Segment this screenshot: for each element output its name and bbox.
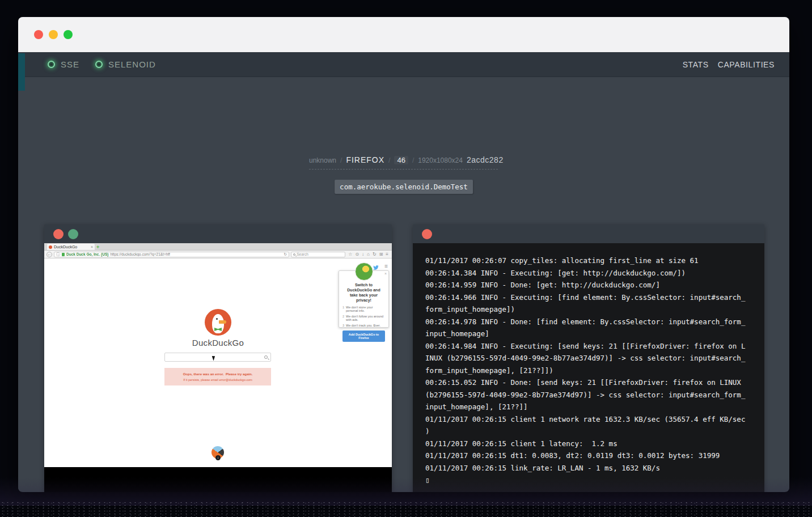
search-icon <box>293 253 295 256</box>
log-line: 01/11/2017 00:26:15 dt1: 0.0083, dt2: 0.… <box>425 450 758 462</box>
top-navbar: SSE SELENOID STATS CAPABILITIES <box>18 52 789 77</box>
log-panel: 01/11/2017 00:26:07 copy_tiles: allocati… <box>413 224 764 492</box>
ddg-error-message: Oops, there was an error. Please try aga… <box>164 368 271 385</box>
window-titlebar <box>18 17 789 52</box>
toolbar-icon[interactable]: ↓ <box>362 252 364 257</box>
vnc-fullscreen-dot[interactable] <box>68 229 78 239</box>
twitter-icon[interactable] <box>373 265 379 270</box>
ddg-promo-popup: × Switch to DuckDuckGo and take back you… <box>339 270 389 328</box>
status-indicator: SELENOID <box>95 60 156 69</box>
error-line1: Oops, there was an error. Please try aga… <box>164 372 271 376</box>
error-line2: If it persists, please email error@duckd… <box>164 378 271 382</box>
https-lock-icon <box>62 253 65 256</box>
browser-urlbar: ← ⓘ Duck Duck Go, Inc. (US) https://duck… <box>44 251 392 258</box>
search-placeholder: Search <box>297 252 308 256</box>
back-button[interactable]: ← <box>46 252 52 257</box>
popup-benefit-item: 3 We don't track you. Ever. <box>342 324 385 327</box>
minimize-window-button[interactable] <box>49 30 58 39</box>
benefit-text: We don't track you. Ever. <box>346 324 380 327</box>
log-line: INUX (b2796155-597d-4049-99e2-8b77ae374d… <box>425 352 758 365</box>
separator: / <box>388 156 390 164</box>
browser-toolbar-icons: ☆ ⊙ ↓ ⌂ ↻ ⊞ ≡ <box>347 252 390 257</box>
zoom-window-button[interactable] <box>64 30 73 39</box>
session-quota: unknown <box>309 156 336 164</box>
toolbar-icon[interactable]: ☆ <box>348 252 352 257</box>
site-identity-label: Duck Duck Go, Inc. (US) <box>66 252 108 256</box>
nav-link[interactable]: STATS <box>683 60 709 69</box>
vnc-panel-header <box>44 224 392 243</box>
duckduckgo-wordmark: DuckDuckGo <box>44 338 392 348</box>
connection-status-icon <box>48 61 55 68</box>
magnifier-icon[interactable] <box>264 355 268 359</box>
benefit-number: 2 <box>342 315 344 321</box>
new-tab-button[interactable]: + <box>96 245 99 250</box>
duckduckgo-page: ≡ × Switch to DuckDuckGo and take back y… <box>44 258 392 467</box>
session-resolution: 1920x1080x24 <box>418 156 463 164</box>
browser-tab[interactable]: DuckDuckGo × <box>47 244 95 250</box>
toolbar-icon[interactable]: ⊞ <box>379 252 383 257</box>
log-line: form_input_homepage], [21??]]) <box>425 365 758 377</box>
desktop: { "navbar": { "items": ["SSE", "SELENOID… <box>0 0 812 517</box>
status-indicator-label: SELENOID <box>108 60 156 69</box>
status-indicator: SSE <box>48 60 79 69</box>
separator: / <box>340 156 342 164</box>
tab-close-icon[interactable]: × <box>91 245 93 249</box>
ddg-mascot-icon <box>355 262 373 281</box>
browser-tabbar: DuckDuckGo × + <box>44 243 392 251</box>
log-line: 00:26:14.384 INFO - Executing: [get: htt… <box>425 267 758 279</box>
log-line: 01/11/2017 00:26:15 link_rate: LR_LAN - … <box>425 462 758 474</box>
duckduckgo-favicon-icon <box>49 245 52 249</box>
toolbar-icon[interactable]: ↻ <box>373 252 377 257</box>
log-line: 01/11/2017 00:26:07 copy_tiles: allocati… <box>425 255 758 267</box>
address-field[interactable]: ⓘ Duck Duck Go, Inc. (US) https://duckdu… <box>54 252 289 257</box>
mouse-cursor-icon <box>212 355 217 361</box>
vnc-close-dot[interactable] <box>53 229 64 239</box>
log-line: 00:26:15.052 INFO - Done: [send keys: 21… <box>425 376 758 389</box>
log-line: 00:26:14.959 INFO - Done: [get: http://d… <box>425 279 758 291</box>
popup-benefit-item: 2 We don't follow you around with ads. <box>342 315 385 321</box>
nav-links: STATS CAPABILITIES <box>683 60 775 69</box>
main-content: unknown / FIREFOX / 46 / 1920x1080x24 2a… <box>18 77 789 491</box>
selenoid-ui-window: SSE SELENOID STATS CAPABILITIES unknown … <box>18 17 789 492</box>
log-line: (b2796155-597d-4049-99e2-8b77ae374d97)] … <box>425 389 758 401</box>
download-arrow-icon: ↓ <box>215 455 221 460</box>
session-name-badge: com.aerokube.selenoid.DemoTest <box>335 180 473 194</box>
popup-close-icon[interactable]: × <box>384 272 387 276</box>
toolbar-icon[interactable]: ⌂ <box>367 252 370 257</box>
log-line: input_homepage] <box>425 328 758 340</box>
toolbar-icon[interactable]: ≡ <box>386 252 388 257</box>
benefit-number: 1 <box>342 306 344 312</box>
benefit-text: We don't store your personal info. <box>346 306 385 312</box>
page-menu-icon[interactable]: ≡ <box>384 263 388 269</box>
popup-benefits-list: 1 We don't store your personal info. 2 W… <box>339 306 388 327</box>
ddg-search-input[interactable] <box>164 353 271 362</box>
log-line: form_input_homepage]) <box>425 303 758 316</box>
separator: / <box>412 156 414 164</box>
panels-row: DuckDuckGo × + ← ⓘ Duck Duck Go, Inc. (U… <box>44 224 764 492</box>
nav-link[interactable]: CAPABILITIES <box>718 60 775 69</box>
status-indicators: SSE SELENOID <box>48 60 156 69</box>
session-info: unknown / FIREFOX / 46 / 1920x1080x24 2a… <box>309 155 498 169</box>
log-line: 00:26:14.978 INFO - Done: [find element:… <box>425 316 758 328</box>
benefit-text: We don't follow you around with ads. <box>346 315 385 321</box>
popup-title: Switch to DuckDuckGo and take back your … <box>339 282 388 303</box>
log-panel-header <box>413 224 764 243</box>
browser-search-field[interactable]: Search <box>291 252 345 257</box>
vnc-panel: DuckDuckGo × + ← ⓘ Duck Duck Go, Inc. (U… <box>44 224 392 492</box>
connection-status-icon <box>95 61 103 68</box>
session-browser: FIREFOX <box>346 155 384 164</box>
toolbar-icon[interactable]: ⊙ <box>355 252 359 257</box>
log-close-dot[interactable] <box>422 229 432 239</box>
log-line: 01/11/2017 00:26:15 client 1 latency: 1.… <box>425 438 758 450</box>
page-info-icon[interactable]: ⓘ <box>56 252 60 257</box>
desktop-noise <box>0 501 812 517</box>
session-log[interactable]: 01/11/2017 00:26:07 copy_tiles: allocati… <box>413 243 764 492</box>
session-browser-version: 46 <box>394 156 408 164</box>
reload-icon[interactable]: ↻ <box>284 252 287 257</box>
status-indicator-label: SSE <box>61 60 79 69</box>
benefit-number: 3 <box>342 324 344 327</box>
left-accent-strip <box>18 53 25 91</box>
browser-tab-title: DuckDuckGo <box>54 245 89 249</box>
log-line: 00:26:14.984 INFO - Executing: [send key… <box>425 340 758 353</box>
close-window-button[interactable] <box>34 30 43 39</box>
